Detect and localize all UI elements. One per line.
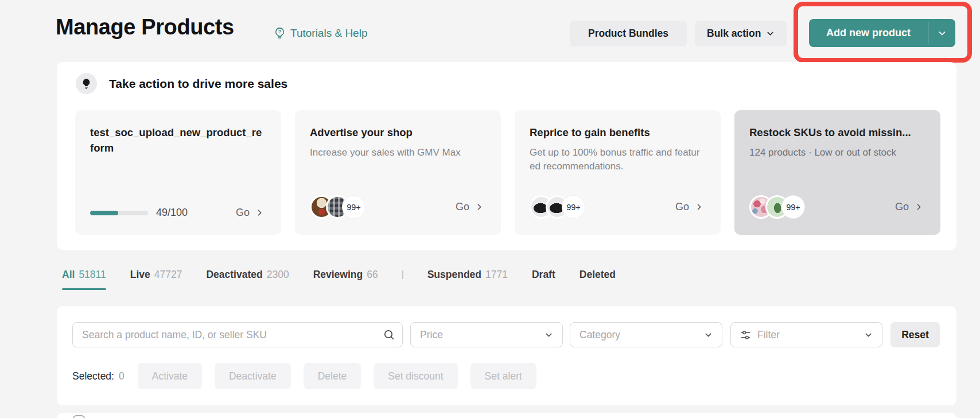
tab-all[interactable]: All 51811 [62, 269, 106, 290]
tab-label: Deactivated [206, 269, 262, 281]
product-bundles-button[interactable]: Product Bundles [570, 21, 687, 47]
tutorials-help-link[interactable]: ? Tutorials & Help [273, 26, 367, 40]
svg-text:?: ? [278, 29, 282, 34]
sales-actions-panel: Take action to drive more sales test_soc… [57, 62, 956, 250]
tab-label: All [62, 269, 75, 281]
selected-label: Selected: [72, 370, 114, 382]
tab-deactivated[interactable]: Deactivated 2300 [206, 269, 289, 290]
reset-button[interactable]: Reset [890, 322, 940, 347]
card-upload-product-task[interactable]: test_soc_upload_new_product_reform 49/10… [75, 110, 281, 235]
tab-label: Reviewing [313, 269, 363, 281]
chevron-down-icon [704, 331, 713, 339]
category-dropdown[interactable]: Category [570, 322, 722, 347]
go-link[interactable]: Go [895, 201, 923, 213]
tab-count: 51811 [79, 269, 106, 281]
activate-button[interactable]: Activate [138, 363, 202, 389]
tab-label: Live [130, 269, 150, 281]
filter-dropdown-label: Filter [757, 329, 780, 341]
category-dropdown-label: Category [580, 329, 620, 341]
add-new-product-split-button[interactable]: Add new product [809, 19, 955, 47]
search-box [72, 322, 403, 347]
set-alert-button[interactable]: Set alert [470, 363, 536, 389]
help-link-label: Tutorials & Help [290, 27, 367, 40]
task-progress: 49/100 [90, 207, 188, 219]
product-avatars: 99+ [530, 195, 585, 219]
tab-separator [402, 270, 403, 279]
filter-sliders-icon [740, 330, 751, 340]
tab-label: Draft [532, 269, 555, 281]
status-tabs: All 51811 Live 47727 Deactivated 2300 Re… [62, 269, 616, 290]
tab-count: 1771 [485, 269, 508, 281]
count-badge: 99+ [342, 195, 365, 219]
card-subtitle: Get up to 100% bonus traffic and feature… [530, 146, 703, 174]
bulk-action-label: Bulk action [707, 28, 761, 40]
chevron-right-icon [255, 208, 264, 217]
tab-label: Deleted [580, 269, 616, 281]
go-link[interactable]: Go [456, 201, 484, 213]
add-new-product-button[interactable]: Add new product [809, 19, 928, 47]
go-label: Go [456, 201, 469, 213]
chevron-down-icon [766, 29, 775, 38]
progress-value: 49/100 [156, 207, 188, 219]
action-cards-row: test_soc_upload_new_product_reform 49/10… [75, 110, 940, 235]
tab-label: Suspended [427, 269, 481, 281]
card-title: Advertise your shop [310, 125, 484, 141]
go-link[interactable]: Go [236, 207, 264, 219]
tab-suspended[interactable]: Suspended 1771 [427, 269, 508, 290]
tab-reviewing[interactable]: Reviewing 66 [313, 269, 378, 290]
bulk-selection-row: Selected: 0 Activate Deactivate Delete S… [72, 363, 536, 389]
product-avatars: 99+ [749, 195, 805, 219]
chevron-right-icon [915, 203, 923, 211]
selected-count: 0 [119, 370, 125, 382]
product-avatars: 99+ [310, 195, 365, 219]
card-title: Reprice to gain benefits [530, 125, 703, 141]
set-discount-button[interactable]: Set discount [374, 363, 457, 389]
go-link[interactable]: Go [675, 201, 703, 213]
count-badge: 99+ [562, 195, 585, 219]
deactivate-button[interactable]: Deactivate [215, 363, 291, 389]
chevron-down-icon [864, 331, 873, 339]
search-input[interactable] [72, 322, 403, 347]
select-all-checkbox[interactable] [73, 415, 85, 418]
card-subtitle: 124 products · Low or out of stock [749, 146, 923, 160]
progress-bar [90, 211, 148, 215]
chevron-down-icon [545, 331, 553, 339]
tab-live[interactable]: Live 47727 [130, 269, 182, 290]
bulk-action-button[interactable]: Bulk action [695, 21, 787, 47]
chevron-down-icon [938, 29, 947, 38]
card-reprice-benefits[interactable]: Reprice to gain benefits Get up to 100% … [515, 110, 721, 235]
go-label: Go [895, 201, 909, 213]
card-advertise-shop[interactable]: Advertise your shop Increase your sales … [295, 110, 501, 235]
add-product-dropdown-toggle[interactable] [928, 19, 955, 47]
tab-draft[interactable]: Draft [532, 269, 555, 290]
delete-button[interactable]: Delete [304, 363, 361, 389]
count-badge: 99+ [781, 195, 805, 219]
help-bulb-icon: ? [273, 26, 286, 40]
lightbulb-icon [81, 78, 92, 89]
go-label: Go [675, 201, 689, 213]
page-title: Manage Products [56, 15, 234, 40]
card-title: test_soc_upload_new_product_reform [90, 125, 264, 156]
chevron-right-icon [475, 203, 484, 211]
filters-panel: Price Category Filter Reset Selected: 0 … [57, 306, 956, 405]
price-dropdown[interactable]: Price [410, 322, 563, 347]
banner-title: Take action to drive more sales [109, 77, 287, 91]
tab-count: 66 [367, 269, 378, 281]
tab-deleted[interactable]: Deleted [580, 269, 616, 290]
chevron-right-icon [695, 203, 703, 211]
product-table-panel [57, 413, 956, 418]
tab-count: 47727 [154, 269, 182, 281]
progress-bar-fill [90, 211, 118, 215]
go-label: Go [236, 207, 250, 219]
lightbulb-badge [76, 73, 97, 94]
filter-dropdown[interactable]: Filter [730, 322, 882, 347]
card-title: Restock SKUs to avoid missin... [749, 125, 923, 141]
panel-banner: Take action to drive more sales [76, 73, 287, 94]
tab-count: 2300 [267, 269, 289, 281]
search-icon [383, 329, 395, 340]
card-restock-skus[interactable]: Restock SKUs to avoid missin... 124 prod… [734, 110, 940, 235]
card-subtitle: Increase your sales with GMV Max [310, 146, 484, 160]
price-dropdown-label: Price [420, 329, 443, 341]
